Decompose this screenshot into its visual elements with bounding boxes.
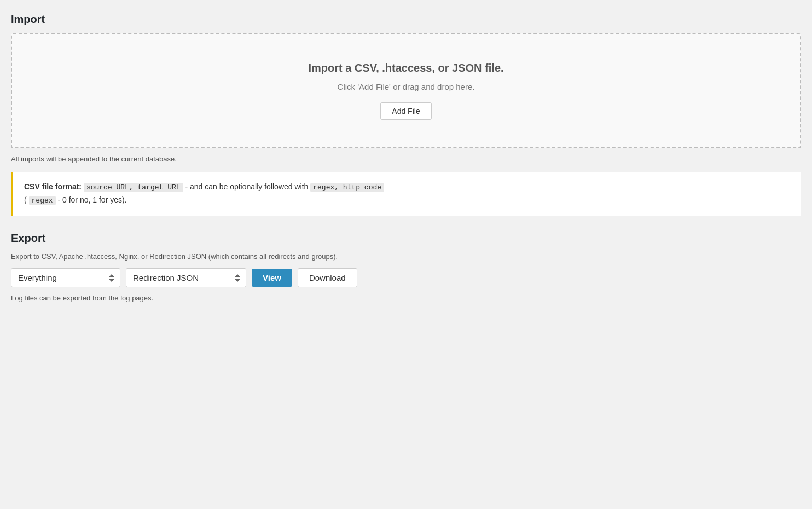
csv-format-label: CSV file format: bbox=[24, 182, 82, 191]
format-select[interactable]: Redirection JSON CSV Apache .htaccess Ng… bbox=[126, 268, 246, 287]
add-file-button[interactable]: Add File bbox=[380, 102, 431, 120]
download-button[interactable]: Download bbox=[298, 268, 357, 287]
csv-suffix-close: - 0 for no, 1 for yes). bbox=[57, 195, 126, 204]
csv-format-code: source URL, target URL bbox=[84, 183, 183, 192]
export-title: Export bbox=[11, 232, 801, 245]
log-notice: Log files can be exported from the log p… bbox=[11, 294, 801, 302]
drop-zone-subtitle: Click 'Add File' or drag and drop here. bbox=[23, 82, 789, 91]
export-controls: Everything Groups Redirects Redirection … bbox=[11, 268, 801, 287]
import-notice: All imports will be appended to the curr… bbox=[11, 155, 801, 163]
csv-regex-code: regex bbox=[29, 196, 56, 205]
csv-info-box: CSV file format: source URL, target URL … bbox=[11, 172, 801, 216]
drop-zone[interactable]: Import a CSV, .htaccess, or JSON file. C… bbox=[11, 33, 801, 148]
view-button[interactable]: View bbox=[252, 269, 292, 287]
drop-zone-title: Import a CSV, .htaccess, or JSON file. bbox=[23, 62, 789, 74]
export-section: Export Export to CSV, Apache .htaccess, … bbox=[11, 232, 801, 302]
export-description: Export to CSV, Apache .htaccess, Nginx, … bbox=[11, 252, 801, 261]
csv-options-code: regex, http code bbox=[310, 183, 384, 192]
import-title: Import bbox=[11, 13, 801, 26]
csv-suffix-open: ( bbox=[24, 195, 27, 204]
everything-select[interactable]: Everything Groups Redirects bbox=[11, 268, 120, 287]
